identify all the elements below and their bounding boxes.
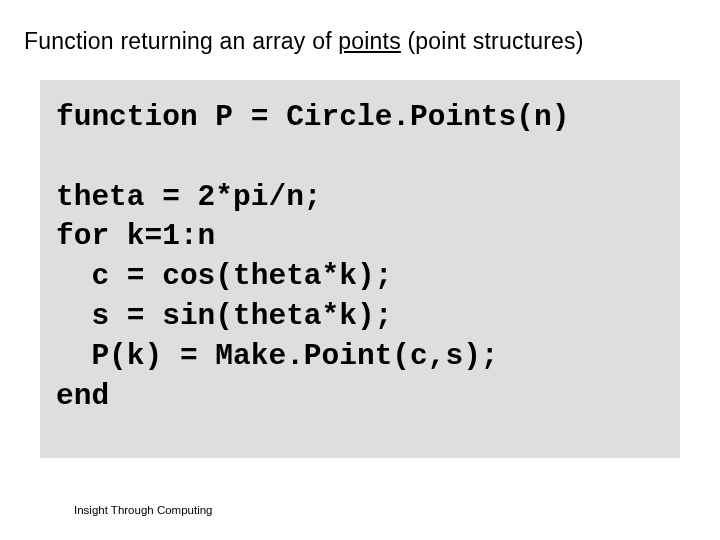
- title-points: points: [338, 28, 401, 54]
- slide-title: Function returning an array of points (p…: [24, 28, 584, 55]
- code-line-3: for k=1:n: [56, 219, 215, 253]
- code-box: function P = Circle.Points(n) theta = 2*…: [40, 80, 680, 458]
- slide: Function returning an array of points (p…: [0, 0, 720, 540]
- title-post: (point structures): [401, 28, 584, 54]
- footer-text: Insight Through Computing: [74, 504, 213, 516]
- code-line-5: s = sin(theta*k);: [56, 299, 392, 333]
- code-line-4: c = cos(theta*k);: [56, 259, 392, 293]
- code-line-1: function P = Circle.Points(n): [56, 100, 569, 134]
- code-line-6: P(k) = Make.Point(c,s);: [56, 339, 499, 373]
- code-block: function P = Circle.Points(n) theta = 2*…: [56, 98, 664, 417]
- code-line-2: theta = 2*pi/n;: [56, 180, 322, 214]
- title-pre: Function returning an array of: [24, 28, 338, 54]
- code-line-7: end: [56, 379, 109, 413]
